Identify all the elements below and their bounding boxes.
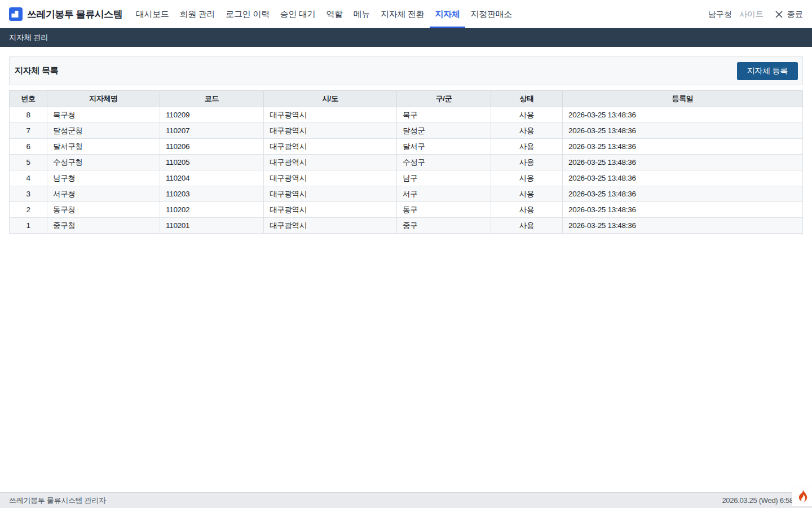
cell-번호: 2 (10, 202, 47, 218)
nav-item-6[interactable]: 지자체 전환 (376, 0, 430, 28)
cell-번호: 8 (10, 107, 47, 123)
cell-구/군: 남구 (397, 170, 491, 186)
table-row[interactable]: 1중구청110201대구광역시중구사용2026-03-25 13:48:36 (10, 218, 803, 234)
cell-지자체명: 서구청 (47, 186, 160, 202)
cell-상태: 사용 (491, 107, 563, 123)
footer-bar: 쓰레기봉투 물류시스템 관리자 2026.03.25 (Wed) 6:58:21 (0, 492, 812, 508)
debug-toolbar-toggle[interactable] (792, 487, 812, 506)
cell-상태: 사용 (491, 186, 563, 202)
current-org-label: 남구청 (708, 9, 732, 20)
cell-코드: 110203 (160, 186, 264, 202)
table-row[interactable]: 6달서구청110206대구광역시달서구사용2026-03-25 13:48:36 (10, 139, 803, 155)
table-row[interactable]: 5수성구청110205대구광역시수성구사용2026-03-25 13:48:36 (10, 155, 803, 170)
col-header-4: 구/군 (397, 91, 491, 107)
cell-지자체명: 중구청 (47, 218, 160, 234)
nav-item-5[interactable]: 메뉴 (348, 0, 375, 28)
col-header-2: 코드 (160, 91, 264, 107)
cell-번호: 6 (10, 139, 47, 155)
cell-번호: 7 (10, 123, 47, 139)
cell-코드: 110205 (160, 155, 264, 170)
table-row[interactable]: 3서구청110203대구광역시서구사용2026-03-25 13:48:36 (10, 186, 803, 202)
cell-등록일: 2026-03-25 13:48:36 (563, 202, 803, 218)
table-row[interactable]: 8북구청110209대구광역시북구사용2026-03-25 13:48:36 (10, 107, 803, 123)
cell-지자체명: 북구청 (47, 107, 160, 123)
cell-코드: 110206 (160, 139, 264, 155)
cell-구/군: 중구 (397, 218, 491, 234)
footer-admin-label: 쓰레기봉투 물류시스템 관리자 (9, 496, 106, 506)
cell-상태: 사용 (491, 218, 563, 234)
cell-등록일: 2026-03-25 13:48:36 (563, 170, 803, 186)
nav-item-4[interactable]: 역할 (321, 0, 348, 28)
cell-구/군: 동구 (397, 202, 491, 218)
page-title: 지자체 관리 (9, 33, 48, 43)
nav-item-3[interactable]: 승인 대기 (275, 0, 321, 28)
cell-번호: 1 (10, 218, 47, 234)
footer-datetime: 2026.03.25 (Wed) 6:58:21 (722, 496, 803, 505)
cell-지자체명: 수성구청 (47, 155, 160, 170)
register-gov-button[interactable]: 지자체 등록 (737, 62, 798, 80)
col-header-0: 번호 (10, 91, 47, 107)
topnav-right: 남구청 사이트 종료 (708, 9, 803, 20)
cell-상태: 사용 (491, 155, 563, 170)
cell-번호: 3 (10, 186, 47, 202)
cell-상태: 사용 (491, 123, 563, 139)
cell-시/도: 대구광역시 (264, 202, 397, 218)
cell-지자체명: 달성군청 (47, 123, 160, 139)
cell-코드: 110204 (160, 170, 264, 186)
cell-등록일: 2026-03-25 13:48:36 (563, 186, 803, 202)
table-row[interactable]: 2동구청110202대구광역시동구사용2026-03-25 13:48:36 (10, 202, 803, 218)
cell-상태: 사용 (491, 202, 563, 218)
cell-시/도: 대구광역시 (264, 218, 397, 234)
cell-등록일: 2026-03-25 13:48:36 (563, 139, 803, 155)
exit-button[interactable]: 종료 (775, 9, 803, 20)
cell-시/도: 대구광역시 (264, 139, 397, 155)
cell-시/도: 대구광역시 (264, 186, 397, 202)
cell-지자체명: 동구청 (47, 202, 160, 218)
page-title-bar: 지자체 관리 (0, 28, 812, 47)
table-row[interactable]: 4남구청110204대구광역시남구사용2026-03-25 13:48:36 (10, 170, 803, 186)
cell-상태: 사용 (491, 139, 563, 155)
cell-번호: 4 (10, 170, 47, 186)
nav-item-2[interactable]: 로그인 이력 (220, 0, 275, 28)
cell-시/도: 대구광역시 (264, 170, 397, 186)
cell-구/군: 수성구 (397, 155, 491, 170)
cell-시/도: 대구광역시 (264, 107, 397, 123)
panel-title: 지자체 목록 (15, 65, 58, 76)
nav-item-1[interactable]: 회원 관리 (174, 0, 220, 28)
cell-구/군: 서구 (397, 186, 491, 202)
nav-item-8[interactable]: 지정판매소 (465, 0, 518, 28)
cell-등록일: 2026-03-25 13:48:36 (563, 123, 803, 139)
cell-지자체명: 남구청 (47, 170, 160, 186)
cell-코드: 110209 (160, 107, 264, 123)
cell-등록일: 2026-03-25 13:48:36 (563, 155, 803, 170)
cell-시/도: 대구광역시 (264, 155, 397, 170)
col-header-6: 등록일 (563, 91, 803, 107)
gov-table: 번호지자체명코드시/도구/군상태등록일 8북구청110209대구광역시북구사용2… (9, 90, 803, 234)
cell-지자체명: 달서구청 (47, 139, 160, 155)
cell-시/도: 대구광역시 (264, 123, 397, 139)
cell-코드: 110201 (160, 218, 264, 234)
panel-header: 지자체 목록 지자체 등록 (9, 56, 803, 85)
cell-등록일: 2026-03-25 13:48:36 (563, 218, 803, 234)
main-nav: 대시보드회원 관리로그인 이력승인 대기역할메뉴지자체 전환지자체지정판매소 (130, 0, 517, 28)
col-header-5: 상태 (491, 91, 563, 107)
site-link[interactable]: 사이트 (739, 9, 764, 20)
brand[interactable]: 쓰레기봉투 물류시스템 (9, 7, 122, 21)
cell-구/군: 달성군 (397, 123, 491, 139)
flame-icon (797, 489, 807, 504)
cell-등록일: 2026-03-25 13:48:36 (563, 107, 803, 123)
cell-코드: 110202 (160, 202, 264, 218)
nav-item-0[interactable]: 대시보드 (130, 0, 174, 28)
main-content: 지자체 목록 지자체 등록 번호지자체명코드시/도구/군상태등록일 8북구청11… (0, 47, 812, 234)
app-title: 쓰레기봉투 물류시스템 (27, 8, 122, 21)
table-row[interactable]: 7달성군청110207대구광역시달성군사용2026-03-25 13:48:36 (10, 123, 803, 139)
cell-구/군: 북구 (397, 107, 491, 123)
logo-icon (9, 7, 23, 21)
cell-상태: 사용 (491, 170, 563, 186)
col-header-1: 지자체명 (47, 91, 160, 107)
nav-item-7[interactable]: 지자체 (430, 0, 465, 28)
cell-코드: 110207 (160, 123, 264, 139)
table-header-row: 번호지자체명코드시/도구/군상태등록일 (10, 91, 803, 107)
col-header-3: 시/도 (264, 91, 397, 107)
cell-구/군: 달서구 (397, 139, 491, 155)
